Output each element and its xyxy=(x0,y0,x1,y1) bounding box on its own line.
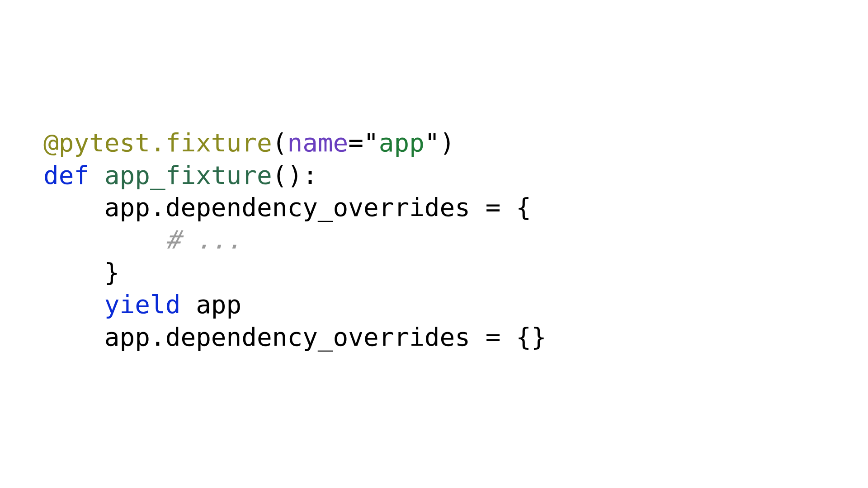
body-line-5: app.dependency_overrides = {} xyxy=(43,322,547,352)
string-value: app xyxy=(379,128,425,157)
space xyxy=(89,160,104,190)
function-name: app_fixture xyxy=(104,160,272,190)
body-line-1: app.dependency_overrides = { xyxy=(43,192,531,222)
param-name: name xyxy=(287,128,348,157)
yield-indent xyxy=(43,290,104,319)
def-keyword: def xyxy=(43,160,89,190)
def-close: (): xyxy=(272,160,318,190)
paren-open: ( xyxy=(272,128,288,157)
yield-keyword: yield xyxy=(104,290,181,319)
decorator-token: @pytest.fixture xyxy=(43,128,272,157)
quote-close-paren: ") xyxy=(425,128,455,157)
body-line-2-indent xyxy=(43,225,165,254)
comment-token: # ... xyxy=(165,225,242,254)
equals-quote: =" xyxy=(348,128,378,157)
code-block: @pytest.fixture(name="app") def app_fixt… xyxy=(43,127,547,353)
yield-rest: app xyxy=(180,290,241,319)
body-line-3: } xyxy=(43,258,120,287)
